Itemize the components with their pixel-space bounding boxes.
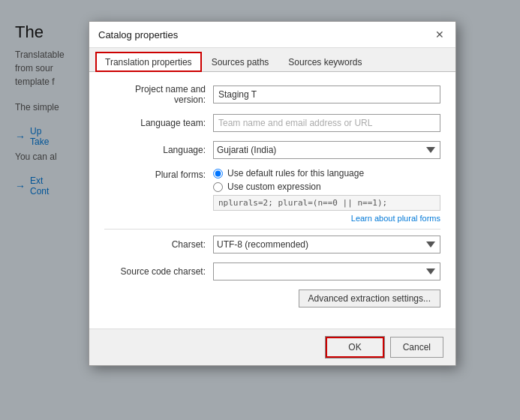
close-button[interactable]: ✕ — [433, 28, 446, 41]
charset-label: Charset: — [104, 239, 213, 250]
plural-forms-row: Plural forms: Use default rules for this… — [104, 168, 440, 223]
language-team-label: Language team: — [104, 118, 213, 128]
project-name-input[interactable] — [213, 86, 440, 104]
project-name-control — [213, 86, 440, 104]
plural-forms-label: Plural forms: — [104, 168, 213, 180]
plural-expression[interactable]: nplurals=2; plural=(n==0 || n==1); — [213, 195, 440, 211]
tab-translation-properties[interactable]: Translation properties — [95, 52, 202, 72]
charset-control: UTF-8 (recommended) — [213, 236, 440, 254]
dialog-title: Catalog properties — [98, 29, 178, 40]
plural-options: Use default rules for this language Use … — [213, 168, 440, 223]
learn-plural-forms-link[interactable]: Learn about plural forms — [213, 214, 440, 223]
project-name-label: Project name and version: — [104, 84, 213, 105]
language-select[interactable]: Gujarati (India) — [213, 141, 440, 159]
language-control: Gujarati (India) — [213, 141, 440, 159]
plural-radio1-label: Use default rules for this language — [227, 168, 364, 178]
cancel-button[interactable]: Cancel — [390, 337, 443, 358]
language-label: Language: — [104, 145, 213, 155]
dialog-footer: OK Cancel — [89, 328, 455, 365]
project-name-row: Project name and version: — [104, 84, 440, 105]
dialog-body: Project name and version: Language team:… — [89, 72, 455, 328]
plural-radio1-input[interactable] — [213, 169, 223, 178]
source-charset-control — [213, 262, 440, 280]
plural-radio2-label: Use custom expression — [227, 182, 321, 192]
language-team-control — [213, 114, 440, 132]
dialog-titlebar: Catalog properties ✕ — [89, 22, 455, 48]
charset-row: Charset: UTF-8 (recommended) — [104, 236, 440, 254]
source-charset-select[interactable] — [213, 262, 440, 280]
charset-select[interactable]: UTF-8 (recommended) — [213, 236, 440, 254]
plural-radio2-row: Use custom expression — [213, 182, 440, 192]
plural-radio1-row: Use default rules for this language — [213, 168, 440, 178]
tab-bar: Translation properties Sources paths Sou… — [89, 48, 455, 72]
source-charset-row: Source code charset: — [104, 262, 440, 280]
language-team-row: Language team: — [104, 114, 440, 132]
language-team-input[interactable] — [213, 114, 440, 132]
plural-radio2-input[interactable] — [213, 182, 223, 192]
tab-sources-keywords[interactable]: Sources keywords — [278, 52, 371, 72]
language-row: Language: Gujarati (India) — [104, 141, 440, 159]
catalog-properties-dialog: Catalog properties ✕ Translation propert… — [89, 21, 456, 366]
advanced-extraction-button[interactable]: Advanced extraction settings... — [299, 290, 440, 308]
source-charset-label: Source code charset: — [104, 266, 213, 277]
divider — [104, 229, 440, 230]
tab-sources-paths[interactable]: Sources paths — [202, 52, 279, 72]
ok-button[interactable]: OK — [326, 337, 383, 358]
advanced-extraction-row: Advanced extraction settings... — [104, 290, 440, 308]
